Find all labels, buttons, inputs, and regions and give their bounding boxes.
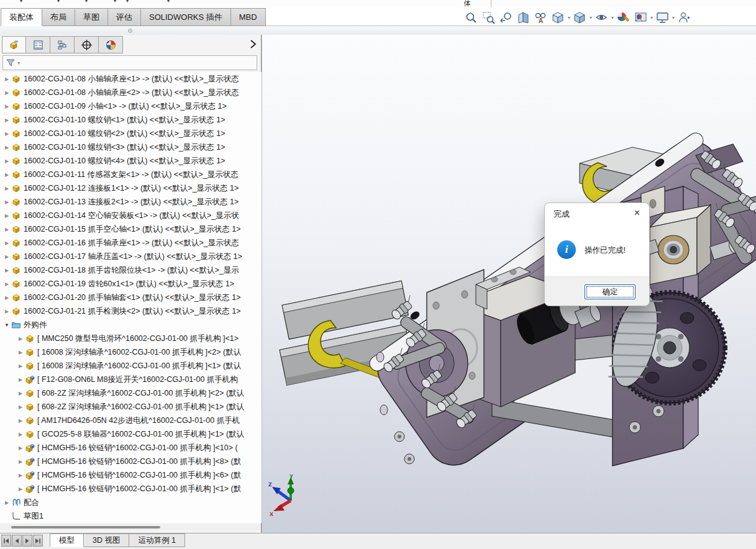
expand-arrow-icon[interactable]: ▶ — [2, 268, 11, 273]
toolbar-overflow-caret-icon[interactable]: ▾ — [167, 0, 170, 4]
assembly-model[interactable]: Y Z X — [262, 35, 756, 533]
tree-item[interactable]: ▶ 16002-CGJ-01-15 抓手空心轴<1> (默认) <<默认>_显示… — [0, 222, 262, 236]
view-orientation-icon[interactable] — [550, 9, 567, 25]
tab-nav-first-button[interactable] — [1, 535, 11, 547]
zoom-to-fit-icon[interactable] — [463, 9, 480, 25]
tree-item[interactable]: ▶ [ HCMGH5-16 铰链销^16002-CGJ-01-00 抓手机构 ]… — [0, 468, 262, 482]
tree-item[interactable]: ▶ 16002-CGJ-01-12 连接板1<1> -> (默认) <<默认>_… — [0, 181, 262, 195]
view-settings-icon[interactable] — [654, 9, 671, 25]
view-orientation-caret-icon[interactable]: ▾ — [568, 15, 570, 20]
panel-tab-featuremanager[interactable] — [2, 36, 26, 53]
expand-arrow-icon[interactable]: ▶ — [2, 131, 11, 137]
tree-item[interactable]: ▶ 16002-CGJ-01-21 抓手检测块<2> (默认) <<默认>_显示… — [0, 304, 262, 318]
toolbar-overflow-caret-icon[interactable]: ▾ — [20, 0, 22, 4]
tree-item[interactable]: ▶ 16002-CGJ-01-20 抓手轴轴套<1> (默认) <<默认>_显示… — [0, 291, 262, 304]
tree-item[interactable]: ▶ [ MMC250 微型导电滑环^16002-CGJ-01-00 抓手机构 ]… — [0, 332, 262, 345]
scrollbar-thumb[interactable] — [11, 526, 160, 529]
document-tab[interactable]: 模型 — [50, 533, 84, 547]
panel-expand-chevron-icon[interactable] — [248, 39, 257, 50]
toolbar-overflow-caret-icon[interactable]: ▾ — [57, 0, 60, 4]
expand-arrow-icon[interactable]: ▶ — [2, 145, 11, 150]
expand-arrow-icon[interactable]: ▶ — [2, 172, 11, 178]
edit-appearance-icon[interactable] — [615, 9, 632, 25]
annotation-views-icon[interactable]: A — [532, 9, 549, 25]
expand-arrow-icon[interactable]: ▶ — [2, 309, 11, 314]
tree-item[interactable]: ▶ [ HCMGH5-16 铰链销^16002-CGJ-01-00 抓手机构 ]… — [0, 455, 262, 468]
tree-item[interactable]: ▶ [ 16008 深沟球轴承^16002-CGJ-01-00 抓手机构 ]<2… — [0, 345, 262, 359]
apply-scene-icon[interactable] — [632, 9, 649, 25]
tree-item[interactable]: ▶ [ 16008 深沟球轴承^16002-CGJ-01-00 抓手机构 ]<1… — [0, 359, 262, 373]
expand-arrow-icon[interactable]: ▶ — [16, 445, 25, 451]
tab-nav-previous-button[interactable] — [12, 535, 22, 547]
tree-item[interactable]: ▶ 16002-CGJ-01-08 小轴轴承座<2> -> (默认) <<默认>… — [0, 86, 262, 99]
command-tab[interactable]: SOLIDWORKS 插件 — [141, 8, 231, 26]
tab-nav-next-button[interactable] — [22, 535, 32, 547]
document-tab[interactable]: 3D 视图 — [84, 533, 129, 547]
toolbar-overflow-caret-icon[interactable]: ▾ — [126, 0, 129, 4]
tree-item[interactable]: ▶ 16002-CGJ-01-10 螺纹销<2> (默认) <<默认>_显示状态… — [0, 127, 262, 140]
document-tab[interactable]: 运动算例 1 — [129, 533, 184, 547]
tab-nav-last-button[interactable] — [33, 535, 43, 547]
tree-item[interactable]: ▶ 16002-CGJ-01-08 小轴轴承座<1> -> (默认) <<默认>… — [0, 72, 262, 86]
expand-arrow-icon[interactable]: ▶ — [2, 240, 11, 246]
tree-item[interactable]: 草图1 — [0, 509, 262, 523]
tree-item[interactable]: ▶ 16002-CGJ-01-10 螺纹销<4> (默认) <<默认>_显示状态… — [0, 154, 262, 168]
hide-show-items-caret-icon[interactable]: ▾ — [611, 15, 614, 20]
user-icon[interactable] — [676, 9, 693, 25]
panel-tab-configurationmanager[interactable] — [50, 36, 75, 53]
panel-tab-displaymanager[interactable] — [99, 36, 123, 53]
tree-item[interactable]: ▶ 16002-CGJ-01-10 螺纹销<3> (默认) <<默认>_显示状态… — [0, 140, 262, 154]
zoom-to-area-icon[interactable] — [480, 9, 497, 25]
expand-arrow-icon[interactable]: ▶ — [16, 404, 25, 410]
tree-item[interactable]: ▶ 16002-CGJ-01-17 轴承压盖<1> -> (默认) <<默认>_… — [0, 250, 262, 263]
command-tab[interactable]: MBD — [231, 8, 266, 26]
tree-item[interactable]: ▶ 16002-CGJ-01-13 连接板2<1> -> (默认) <<默认>_… — [0, 195, 262, 209]
tree-filter-bar[interactable]: ▾ — [2, 55, 257, 70]
tree-item[interactable]: ▶ 16002-CGJ-01-11 传感器支架<1> -> (默认) <<默认>… — [0, 168, 262, 181]
expand-arrow-icon[interactable]: ▶ — [2, 158, 11, 164]
tree-item[interactable]: ▶ 16002-CGJ-01-14 空心轴安装板<1> -> (默认) <<默认… — [0, 209, 262, 222]
expand-arrow-icon[interactable]: ▶ — [2, 186, 11, 191]
expand-arrow-icon[interactable]: ▶ — [2, 295, 11, 301]
tree-item[interactable]: ▶ [ F12-G08-ON6L M8接近开关^16002-CGJ-01-00 … — [0, 373, 262, 386]
tree-horizontal-scrollbar[interactable] — [0, 524, 261, 530]
expand-arrow-icon[interactable]: ▶ — [16, 363, 25, 369]
tree-item[interactable]: ▶ 16002-CGJ-01-16 抓手轴承座<1> -> (默认) <<默认>… — [0, 236, 262, 250]
display-style-caret-icon[interactable]: ▾ — [590, 15, 592, 20]
expand-arrow-icon[interactable]: ▶ — [16, 432, 25, 437]
tree-item[interactable]: ▶ 16002-CGJ-01-19 齿轮60x1<1> (默认) <<默认>_显… — [0, 277, 262, 291]
command-tab[interactable]: 装配体 — [1, 8, 42, 26]
toolbar-overflow-caret-icon[interactable]: ▾ — [85, 0, 88, 4]
tree-item[interactable]: ▼ 外购件 — [0, 318, 262, 332]
view-settings-caret-icon[interactable]: ▾ — [672, 15, 675, 20]
hide-show-items-icon[interactable] — [593, 9, 610, 25]
expand-arrow-icon[interactable]: ▼ — [2, 322, 11, 328]
panel-tab-dimxpertmanager[interactable] — [75, 36, 99, 53]
tree-item[interactable]: ▶ 16002-CGJ-01-09 小轴<1> -> (默认) <<默认>_显示… — [0, 99, 262, 113]
command-tab[interactable]: 草图 — [75, 8, 108, 26]
tree-item[interactable]: ▶ 配合 — [0, 496, 262, 509]
tree-item[interactable]: ▶ [ 608-2Z 深沟球轴承^16002-CGJ-01-00 抓手机构 ]<… — [0, 400, 262, 414]
expand-arrow-icon[interactable]: ▶ — [16, 391, 25, 396]
toolbar-splitter-handle[interactable] — [128, 29, 132, 33]
tree-item[interactable]: ▶ [ HCMGH5-16 铰链销^16002-CGJ-01-00 抓手机构 ]… — [0, 441, 262, 455]
expand-arrow-icon[interactable]: ▶ — [2, 90, 11, 96]
expand-arrow-icon[interactable]: ▶ — [2, 227, 11, 232]
section-view-icon[interactable] — [515, 9, 532, 25]
expand-arrow-icon[interactable]: ▶ — [2, 76, 11, 82]
apply-scene-caret-icon[interactable]: ▾ — [650, 15, 653, 20]
tree-item[interactable]: ▶ [ HCMGH5-16 铰链销^16002-CGJ-01-00 抓手机构 ]… — [0, 482, 262, 496]
tree-item[interactable]: ▶ 16002-CGJ-01-10 螺纹销<1> (默认) <<默认>_显示状态… — [0, 113, 262, 127]
ok-button[interactable]: 确定 — [585, 284, 635, 299]
tree-item[interactable]: ▶ [ GCO25-5-8 联轴器^16002-CGJ-01-00 抓手机构 ]… — [0, 427, 262, 441]
expand-arrow-icon[interactable]: ▶ — [16, 459, 25, 465]
tree-item[interactable]: ▶ [ AM17HD6426-05N 42步进电机^16002-CGJ-01-0… — [0, 414, 262, 427]
command-tab[interactable]: 评估 — [108, 8, 141, 26]
expand-arrow-icon[interactable]: ▶ — [16, 377, 25, 383]
expand-arrow-icon[interactable]: ▶ — [2, 281, 11, 287]
expand-arrow-icon[interactable]: ▶ — [16, 336, 25, 342]
tree-item[interactable]: ▶ 16002-CGJ-01-18 抓手齿轮限位块<1> -> (默认) <<默… — [0, 263, 262, 277]
expand-arrow-icon[interactable]: ▶ — [16, 473, 25, 478]
expand-arrow-icon[interactable]: ▶ — [2, 199, 11, 205]
expand-arrow-icon[interactable]: ▶ — [2, 254, 11, 260]
